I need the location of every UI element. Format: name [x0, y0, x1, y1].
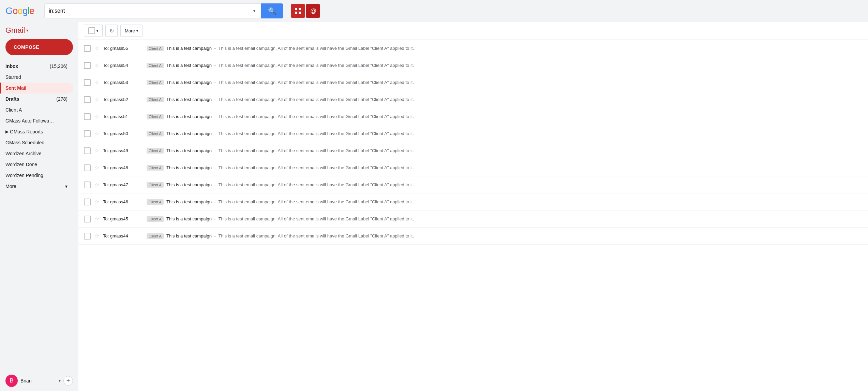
gmail-text: Gmail	[5, 26, 25, 35]
table-row[interactable]: ☆ To: gmass50 Client A This is a test ca…	[78, 125, 868, 142]
table-row[interactable]: ☆ To: gmass55 Client A This is a test ca…	[78, 40, 868, 57]
star-button[interactable]: ☆	[93, 130, 100, 137]
email-divider: -	[214, 216, 217, 221]
sidebar: Gmail ▾ COMPOSE Inbox (15,206) Starred S…	[0, 22, 78, 216]
email-subject: This is a test campaign	[166, 182, 212, 187]
email-checkbox[interactable]	[84, 199, 91, 205]
email-label-tag: Client A	[147, 97, 164, 102]
sidebar-item-wordzen-done-label: Wordzen Done	[5, 162, 68, 167]
star-button[interactable]: ☆	[93, 182, 100, 188]
email-divider: -	[214, 63, 217, 68]
star-button[interactable]: ☆	[93, 96, 100, 103]
select-checkbox[interactable]	[88, 27, 95, 34]
email-subject-preview: This is a test campaign - This is a test…	[166, 97, 863, 102]
sidebar-item-gmass-reports[interactable]: ▶ GMass Reports	[0, 126, 73, 137]
email-checkbox[interactable]	[84, 233, 91, 240]
search-dropdown-button[interactable]: ▾	[252, 9, 257, 13]
email-subject-preview: This is a test campaign - This is a test…	[166, 216, 863, 221]
email-subject-preview: This is a test campaign - This is a test…	[166, 182, 863, 187]
sidebar-item-inbox[interactable]: Inbox (15,206)	[0, 61, 73, 72]
sidebar-item-client-a-label: Client A	[5, 107, 68, 113]
table-row[interactable]: ☆ To: gmass52 Client A This is a test ca…	[78, 91, 868, 108]
sidebar-item-drafts[interactable]: Drafts (278)	[0, 93, 73, 104]
email-recipient: To: gmass50	[103, 131, 144, 136]
table-row[interactable]: ☆ To: gmass47 Client A This is a test ca…	[78, 176, 868, 193]
table-row[interactable]: ☆ To: gmass46 Client A This is a test ca…	[78, 193, 868, 211]
email-checkbox[interactable]	[84, 164, 91, 171]
more-button[interactable]: More ▾	[120, 25, 143, 37]
table-row[interactable]: ☆ To: gmass51 Client A This is a test ca…	[78, 108, 868, 125]
email-recipient: To: gmass51	[103, 114, 144, 119]
add-account-button[interactable]: +	[63, 376, 73, 386]
at-icon-button[interactable]: @	[306, 4, 320, 18]
compose-button[interactable]: COMPOSE	[5, 39, 73, 55]
avatar[interactable]: B	[5, 375, 18, 387]
select-dropdown-button[interactable]: ▾	[84, 25, 103, 37]
sidebar-item-starred-label: Starred	[5, 74, 68, 80]
email-checkbox[interactable]	[84, 45, 91, 52]
sidebar-item-more[interactable]: More ▾	[0, 181, 73, 192]
user-name[interactable]: Brian	[20, 378, 56, 383]
table-row[interactable]: ☆ To: gmass49 Client A This is a test ca…	[78, 142, 868, 159]
email-subject: This is a test campaign	[166, 165, 212, 170]
email-preview: This is a test email campaign. All of th…	[218, 80, 414, 85]
star-button[interactable]: ☆	[93, 62, 100, 69]
sidebar-item-starred[interactable]: Starred	[0, 72, 73, 83]
star-button[interactable]: ☆	[93, 45, 100, 52]
email-checkbox[interactable]	[84, 62, 91, 69]
email-recipient: To: gmass52	[103, 97, 144, 102]
sidebar-item-wordzen-archive-label: Wordzen Archive	[5, 151, 68, 156]
email-checkbox[interactable]	[84, 182, 91, 188]
more-label: More	[125, 28, 135, 33]
email-label-tag: Client A	[147, 233, 164, 239]
email-preview: This is a test email campaign. All of th…	[218, 165, 414, 170]
gmass-reports-arrow-icon: ▶	[5, 129, 9, 134]
sidebar-item-client-a[interactable]: Client A	[0, 104, 73, 115]
sidebar-item-wordzen-done[interactable]: Wordzen Done	[0, 159, 73, 170]
grid-icon-button[interactable]	[291, 4, 305, 18]
gmail-label[interactable]: Gmail ▾	[0, 25, 78, 39]
email-label-tag: Client A	[147, 46, 164, 51]
star-button[interactable]: ☆	[93, 216, 100, 222]
email-divider: -	[214, 182, 217, 187]
star-button[interactable]: ☆	[93, 233, 100, 240]
email-checkbox[interactable]	[84, 113, 91, 120]
user-dropdown-arrow: ▾	[59, 378, 61, 383]
search-icon: 🔍	[268, 7, 276, 15]
email-checkbox[interactable]	[84, 147, 91, 154]
sidebar-item-sent[interactable]: Sent Mail	[0, 83, 73, 93]
sidebar-item-wordzen-pending[interactable]: Wordzen Pending	[0, 170, 73, 181]
table-row[interactable]: ☆ To: gmass44 Client A This is a test ca…	[78, 228, 868, 245]
star-button[interactable]: ☆	[93, 199, 100, 205]
table-row[interactable]: ☆ To: gmass53 Client A This is a test ca…	[78, 74, 868, 91]
email-divider: -	[214, 131, 217, 136]
search-input[interactable]	[49, 8, 252, 14]
email-preview: This is a test email campaign. All of th…	[218, 63, 414, 68]
search-button[interactable]: 🔍	[261, 3, 283, 18]
sidebar-item-gmass-auto[interactable]: GMass Auto Followu…	[0, 115, 73, 126]
email-checkbox[interactable]	[84, 79, 91, 86]
email-divider: -	[214, 148, 217, 153]
sidebar-item-more-label: More	[5, 184, 65, 189]
email-divider: -	[214, 199, 217, 204]
table-row[interactable]: ☆ To: gmass48 Client A This is a test ca…	[78, 159, 868, 176]
star-button[interactable]: ☆	[93, 147, 100, 154]
email-divider: -	[214, 165, 217, 170]
table-row[interactable]: ☆ To: gmass45 Client A This is a test ca…	[78, 211, 868, 228]
table-row[interactable]: ☆ To: gmass54 Client A This is a test ca…	[78, 57, 868, 74]
sidebar-item-gmass-scheduled[interactable]: GMass Scheduled	[0, 137, 73, 148]
email-preview: This is a test email campaign. All of th…	[218, 114, 414, 119]
email-checkbox[interactable]	[84, 130, 91, 137]
star-button[interactable]: ☆	[93, 164, 100, 171]
email-checkbox[interactable]	[84, 96, 91, 103]
email-preview: This is a test email campaign. All of th…	[218, 182, 414, 187]
email-checkbox[interactable]	[84, 216, 91, 222]
email-label-tag: Client A	[147, 131, 164, 136]
content-area: ▾ ↻ More ▾ ☆ To: gmass55 Client A This i…	[78, 22, 868, 391]
search-container: ▾ 🔍	[44, 3, 283, 18]
sidebar-item-wordzen-archive[interactable]: Wordzen Archive	[0, 148, 73, 159]
star-button[interactable]: ☆	[93, 113, 100, 120]
refresh-button[interactable]: ↻	[105, 25, 118, 37]
star-button[interactable]: ☆	[93, 79, 100, 86]
sidebar-item-gmass-scheduled-label: GMass Scheduled	[5, 140, 68, 145]
